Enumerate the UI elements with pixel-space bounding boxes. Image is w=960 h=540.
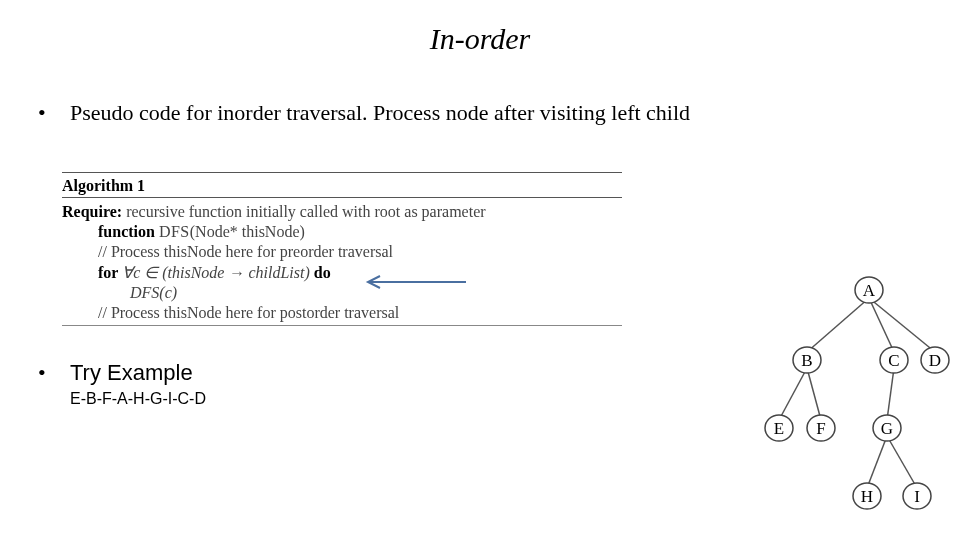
svg-line-4 <box>779 368 807 420</box>
try-label: Try Example <box>70 360 193 386</box>
algo-require: Require: recursive function initially ca… <box>62 202 622 222</box>
tree-node-e: E <box>774 419 784 438</box>
for-condition: ∀c ∈ (thisNode → childList) <box>122 264 310 281</box>
arrow-annotation-icon <box>362 275 468 289</box>
function-keyword: function <box>98 223 159 240</box>
tree-node-b: B <box>801 351 812 370</box>
svg-line-2 <box>869 298 894 352</box>
do-keyword: do <box>310 264 331 281</box>
for-keyword: for <box>98 264 122 281</box>
algo-recursive-call: DFS(c) <box>62 283 622 303</box>
tree-node-h: H <box>861 487 873 506</box>
bullet-dot: • <box>30 100 70 126</box>
svg-line-1 <box>807 298 869 352</box>
tree-node-c: C <box>888 351 899 370</box>
algo-for-line: for ∀c ∈ (thisNode → childList) do <box>62 262 622 283</box>
svg-line-7 <box>867 436 887 488</box>
slide-title: In-order <box>0 22 960 56</box>
require-keyword: Require: <box>62 203 122 220</box>
function-name: DFS <box>159 223 190 240</box>
try-answer: E-B-F-A-H-G-I-C-D <box>30 390 630 408</box>
tree-node-a: A <box>863 281 876 300</box>
function-signature: (Node* thisNode) <box>190 223 305 240</box>
bullet-list: • Pseudo code for inorder traversal. Pro… <box>30 100 770 132</box>
tree-diagram: A B C D E F G H I <box>749 268 954 528</box>
try-example-section: • Try Example E-B-F-A-H-G-I-C-D <box>30 360 630 408</box>
tree-node-f: F <box>816 419 825 438</box>
algo-function-line: function DFS(Node* thisNode) <box>62 222 622 242</box>
svg-line-3 <box>869 298 935 352</box>
tree-node-i: I <box>914 487 920 506</box>
algo-heading: Algorithm 1 <box>62 177 622 195</box>
svg-line-6 <box>887 368 894 420</box>
svg-line-5 <box>807 368 821 420</box>
bullet-dot: • <box>30 360 70 386</box>
bullet-item: • Pseudo code for inorder traversal. Pro… <box>30 100 770 126</box>
bullet-text: Pseudo code for inorder traversal. Proce… <box>70 100 770 126</box>
try-example-heading: • Try Example <box>30 360 630 386</box>
algo-postorder-comment: // Process thisNode here for postorder t… <box>62 303 622 323</box>
tree-node-g: G <box>881 419 893 438</box>
tree-node-d: D <box>929 351 941 370</box>
svg-line-8 <box>887 436 917 488</box>
slide: In-order • Pseudo code for inorder trave… <box>0 0 960 540</box>
pseudocode-block: Algorithm 1 Require: recursive function … <box>62 170 622 330</box>
algo-preorder-comment: // Process thisNode here for preorder tr… <box>62 242 622 262</box>
require-text: recursive function initially called with… <box>122 203 485 220</box>
